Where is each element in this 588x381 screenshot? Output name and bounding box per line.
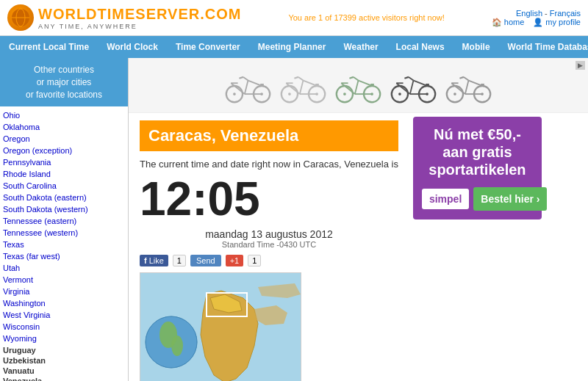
svg-line-61 — [465, 80, 469, 94]
like-count: 1 — [173, 255, 186, 266]
bike-icon-5 — [445, 65, 492, 106]
sidebar-item-oklahoma[interactable]: Oklahoma — [3, 123, 40, 131]
header-links: 🏠 home 👤 my profile — [492, 18, 581, 27]
ad-banner: ▶ — [129, 58, 588, 113]
sidebar-item-oregon-exception[interactable]: Oregon (exception) — [3, 146, 72, 155]
home-icon: 🏠 — [492, 18, 502, 27]
french-link[interactable]: Français — [550, 9, 581, 18]
language-selector[interactable]: English - Français — [492, 9, 581, 18]
logo-area: WORLDTIMESERVER.COM ANY TIME, ANYWHERE — [7, 4, 241, 31]
bike-icon-4 — [390, 65, 437, 106]
simpel-logo: simpel — [422, 189, 469, 209]
bike-icon-1 — [224, 65, 272, 106]
sidebar-country-uzbekistan: Uzbekistan — [0, 355, 128, 365]
sidebar-item-tennessee-eastern[interactable]: Tennessee (eastern) — [3, 217, 76, 225]
svg-line-10 — [248, 80, 262, 85]
home-link[interactable]: 🏠 home — [492, 18, 525, 27]
sidebar: Other countriesor major citiesor favorit… — [0, 58, 129, 381]
sidebar-list[interactable]: Ohio Oklahoma Oregon Oregon (exception) … — [0, 106, 128, 381]
sidebar-item-utah[interactable]: Utah — [3, 264, 20, 272]
sidebar-item-virginia[interactable]: Virginia — [3, 287, 30, 296]
map-svg — [140, 272, 301, 381]
sidebar-title: Other countriesor major citiesor favorit… — [0, 58, 128, 106]
svg-line-49 — [414, 80, 428, 85]
sidebar-item-ohio[interactable]: Ohio — [3, 111, 20, 120]
sidebar-item-texas[interactable]: Texas — [3, 240, 24, 249]
svg-point-57 — [453, 92, 456, 95]
svg-line-51 — [404, 76, 409, 78]
svg-line-25 — [294, 76, 298, 78]
svg-point-44 — [398, 92, 401, 95]
sidebar-item-oregon[interactable]: Oregon — [3, 134, 30, 143]
svg-line-62 — [469, 80, 483, 85]
sidebar-item-vermont[interactable]: Vermont — [3, 275, 33, 284]
svg-line-12 — [239, 76, 243, 78]
sidebar-item-texas-far-west[interactable]: Texas (far west) — [3, 252, 60, 261]
svg-point-18 — [288, 92, 291, 95]
right-advertisement: Nú met €50,- aan gratis sportartikelen s… — [409, 113, 545, 381]
date-display: maandag 13 augustus 2012 — [140, 228, 398, 240]
nav-local-news[interactable]: Local News — [387, 36, 453, 58]
bestel-button[interactable]: Bestel hier › — [473, 187, 547, 211]
sidebar-item-tennessee-western[interactable]: Tennessee (western) — [3, 228, 78, 237]
sidebar-item-wisconsin[interactable]: Wisconsin — [3, 322, 40, 331]
nav-world-clock[interactable]: World Clock — [98, 36, 167, 58]
nav-mobile[interactable]: Mobile — [453, 36, 499, 58]
logo-main-text: WORLDTIMESERVER.COM — [38, 6, 241, 23]
svg-point-5 — [233, 92, 236, 95]
sidebar-item-south-dakota-eastern[interactable]: South Dakota (eastern) — [3, 193, 87, 202]
english-link[interactable]: English — [516, 9, 542, 18]
svg-line-35 — [355, 80, 359, 94]
svg-line-37 — [354, 76, 359, 80]
logo-text: WORLDTIMESERVER.COM ANY TIME, ANYWHERE — [38, 6, 241, 30]
svg-line-50 — [409, 76, 414, 80]
svg-line-23 — [304, 80, 318, 85]
sidebar-country-vanuatu: Vanuatu — [0, 365, 128, 375]
navigation-bar: Current Local Time World Clock Time Conv… — [0, 36, 588, 58]
sidebar-item-west-virginia[interactable]: West Virginia — [3, 311, 50, 319]
time-area: Caracas, Venezuela The current time and … — [129, 113, 409, 381]
gplus-count: 1 — [248, 255, 261, 266]
profile-icon: 👤 — [533, 18, 543, 27]
bike-icon-2 — [279, 65, 327, 106]
ad-bottom-row: simpel Bestel hier › — [422, 187, 533, 211]
logo-sub-text: ANY TIME, ANYWHERE — [38, 23, 241, 30]
svg-line-36 — [359, 80, 373, 85]
sidebar-item-south-dakota-western[interactable]: South Dakota (western) — [3, 205, 88, 214]
ad-headline: Nú met €50,- aan gratis sportartikelen — [422, 126, 533, 178]
svg-point-72 — [171, 335, 183, 356]
svg-point-31 — [343, 92, 346, 95]
time-description: The current time and date right now in C… — [140, 159, 398, 170]
profile-link[interactable]: 👤 my profile — [533, 18, 581, 27]
sidebar-item-washington[interactable]: Washington — [3, 299, 46, 308]
bike-icon-3 — [334, 65, 382, 106]
page-header: WORLDTIMESERVER.COM ANY TIME, ANYWHERE Y… — [0, 0, 588, 36]
sidebar-item-pennsylvania[interactable]: Pennsylvania — [3, 158, 51, 167]
svg-line-64 — [459, 76, 464, 78]
nav-weather[interactable]: Weather — [334, 36, 387, 58]
logo-globe-icon — [7, 4, 34, 31]
sidebar-country-uruguay: Uruguay — [0, 344, 128, 355]
sidebar-item-wyoming[interactable]: Wyoming — [3, 334, 37, 343]
map-area — [140, 272, 398, 381]
sidebar-item-rhode-island[interactable]: Rhode Island — [3, 170, 51, 178]
nav-time-converter[interactable]: Time Converter — [167, 36, 249, 58]
time-and-ad-row: Caracas, Venezuela The current time and … — [129, 113, 588, 381]
facebook-send-button[interactable]: Send — [190, 255, 221, 266]
nav-current-local-time[interactable]: Current Local Time — [0, 36, 98, 58]
google-plus-button[interactable]: +1 — [226, 255, 244, 266]
social-buttons: f Like 1 Send +1 1 — [140, 255, 398, 266]
facebook-like-button[interactable]: f Like — [140, 255, 168, 266]
sidebar-country-venezuela: Venezuela — [0, 375, 128, 381]
svg-line-63 — [464, 76, 469, 80]
nav-meeting-planner[interactable]: Meeting Planner — [249, 36, 335, 58]
utc-offset: Standard Time -0430 UTC — [140, 240, 398, 249]
simpel-ad-block: Nú met €50,- aan gratis sportartikelen s… — [413, 117, 542, 219]
ad-marker: ▶ — [576, 61, 585, 70]
sidebar-item-south-carolina[interactable]: South Carolina — [3, 181, 57, 190]
svg-line-24 — [298, 76, 304, 80]
main-content: Other countriesor major citiesor favorit… — [0, 58, 588, 381]
nav-world-time-database[interactable]: World Time Database — [499, 36, 588, 58]
svg-line-48 — [410, 80, 414, 94]
header-right-section: English - Français 🏠 home 👤 my profile — [492, 9, 581, 27]
